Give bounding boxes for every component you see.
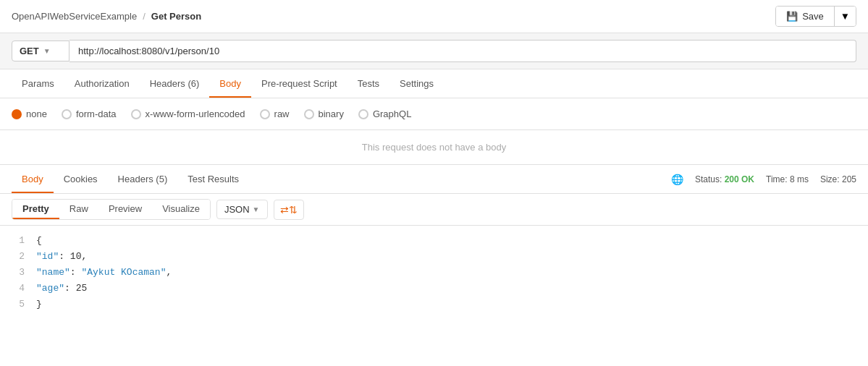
- tab-pre-request[interactable]: Pre-request Script: [251, 71, 347, 98]
- url-input[interactable]: [69, 40, 856, 62]
- top-bar: OpenAPIWebServiceExample / Get Person 💾 …: [0, 0, 868, 33]
- body-option-none[interactable]: none: [12, 108, 47, 119]
- ftab-visualize[interactable]: Visualize: [152, 200, 210, 219]
- breadcrumb-separator: /: [143, 11, 146, 22]
- line-number: 1: [12, 233, 25, 249]
- wrap-icon: ⇄⇅: [280, 204, 298, 216]
- rtab-cookies[interactable]: Cookies: [54, 166, 108, 193]
- radio-raw[interactable]: [260, 109, 270, 119]
- ftab-pretty[interactable]: Pretty: [12, 200, 59, 219]
- save-label: Save: [802, 11, 824, 22]
- json-body: 1 { 2 "id": 10, 3 "name": "Aykut KOcaman…: [0, 226, 868, 320]
- body-options: none form-data x-www-form-urlencoded raw…: [0, 98, 868, 130]
- body-option-binary[interactable]: binary: [304, 108, 344, 119]
- size-label: Size: 205: [820, 174, 856, 184]
- chevron-down-icon: ▼: [840, 11, 850, 22]
- json-line-1: 1 {: [12, 233, 856, 249]
- body-option-graphql[interactable]: GraphQL: [358, 108, 411, 119]
- response-tabs-row: Body Cookies Headers (5) Test Results 🌐 …: [0, 165, 868, 194]
- no-body-message: This request does not have a body: [0, 130, 868, 165]
- json-line-4: 4 "age": 25: [12, 281, 856, 297]
- tab-authorization[interactable]: Authorization: [64, 71, 140, 98]
- format-tab-group: Pretty Raw Preview Visualize: [12, 199, 211, 220]
- line-content: "age": 25: [36, 281, 856, 297]
- response-tabs: Body Cookies Headers (5) Test Results: [12, 166, 249, 192]
- rtab-test-results[interactable]: Test Results: [177, 166, 249, 193]
- line-content: }: [36, 297, 856, 312]
- tab-headers[interactable]: Headers (6): [140, 71, 210, 98]
- json-format-label: JSON: [224, 204, 250, 215]
- save-icon: 💾: [786, 11, 798, 22]
- tab-params[interactable]: Params: [12, 71, 64, 98]
- tab-tests[interactable]: Tests: [347, 71, 389, 98]
- line-content: {: [36, 233, 856, 249]
- tab-settings[interactable]: Settings: [389, 71, 444, 98]
- tab-body[interactable]: Body: [209, 71, 251, 98]
- radio-binary[interactable]: [304, 109, 314, 119]
- line-content: "id": 10,: [36, 249, 856, 265]
- ftab-preview[interactable]: Preview: [98, 200, 152, 219]
- wrap-button[interactable]: ⇄⇅: [274, 200, 304, 220]
- line-number: 4: [12, 281, 25, 297]
- body-option-form-data[interactable]: form-data: [62, 108, 117, 119]
- radio-urlencoded[interactable]: [131, 109, 141, 119]
- line-number: 2: [12, 249, 25, 265]
- json-line-5: 5 }: [12, 297, 856, 312]
- chevron-down-icon: ▼: [43, 47, 51, 55]
- radio-graphql[interactable]: [358, 109, 368, 119]
- status-value: 200 OK: [725, 174, 754, 184]
- line-number: 3: [12, 265, 25, 281]
- size-value: 205: [842, 174, 856, 184]
- save-button[interactable]: 💾 Save: [776, 7, 834, 26]
- json-format-select[interactable]: JSON ▼: [216, 200, 268, 219]
- body-option-urlencoded[interactable]: x-www-form-urlencoded: [131, 108, 245, 119]
- response-meta: 🌐 Status: 200 OK Time: 8 ms Size: 205: [671, 174, 856, 185]
- radio-none[interactable]: [12, 109, 22, 119]
- time-label: Time: 8 ms: [766, 174, 809, 184]
- method-label: GET: [20, 46, 39, 56]
- breadcrumb-current: Get Person: [151, 11, 201, 22]
- rtab-body[interactable]: Body: [12, 166, 54, 193]
- breadcrumb: OpenAPIWebServiceExample / Get Person: [12, 11, 201, 22]
- radio-form-data[interactable]: [62, 109, 72, 119]
- json-line-3: 3 "name": "Aykut KOcaman",: [12, 265, 856, 281]
- globe-icon: 🌐: [671, 174, 683, 185]
- line-content: "name": "Aykut KOcaman",: [36, 265, 856, 281]
- format-bar: Pretty Raw Preview Visualize JSON ▼ ⇄⇅: [0, 194, 868, 226]
- url-bar: GET ▼: [0, 33, 868, 69]
- line-number: 5: [12, 297, 25, 312]
- status-label: Status: 200 OK: [695, 174, 754, 184]
- time-value: 8 ms: [790, 174, 809, 184]
- chevron-down-icon: ▼: [253, 205, 260, 213]
- ftab-raw[interactable]: Raw: [59, 200, 98, 219]
- json-line-2: 2 "id": 10,: [12, 249, 856, 265]
- breadcrumb-root[interactable]: OpenAPIWebServiceExample: [12, 11, 137, 22]
- method-select[interactable]: GET ▼: [12, 41, 69, 61]
- body-option-raw[interactable]: raw: [260, 108, 290, 119]
- save-button-group: 💾 Save ▼: [775, 6, 856, 27]
- request-tabs: Params Authorization Headers (6) Body Pr…: [0, 69, 868, 98]
- save-dropdown-arrow[interactable]: ▼: [834, 7, 856, 26]
- rtab-headers[interactable]: Headers (5): [108, 166, 178, 193]
